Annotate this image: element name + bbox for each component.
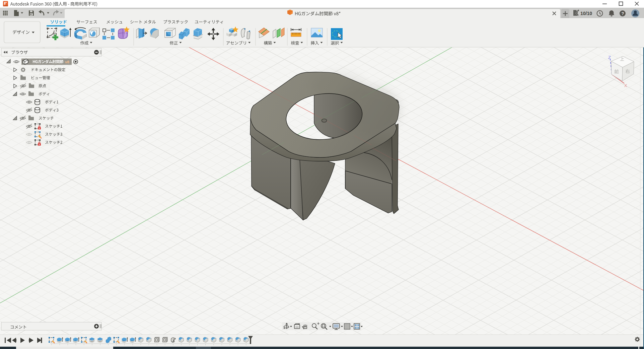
svg-text:Z: Z — [608, 55, 611, 60]
svg-text:v8: v8 — [65, 60, 69, 64]
svg-text:10/10: 10/10 — [580, 11, 592, 16]
svg-text:X: X — [624, 83, 627, 88]
svg-text:?: ? — [622, 11, 624, 16]
